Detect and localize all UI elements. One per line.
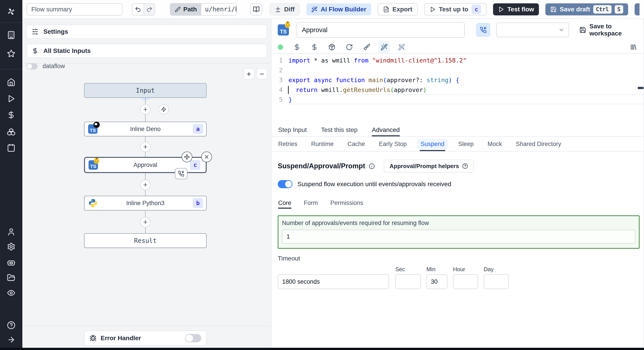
delete-node-button[interactable] [201, 152, 212, 162]
schedules-calendar-icon[interactable] [7, 144, 16, 152]
plus-icon [142, 219, 148, 225]
insert-step-button[interactable] [140, 104, 150, 115]
help-circle-icon [462, 163, 468, 169]
error-handler-toggle[interactable] [185, 334, 201, 343]
approval-suspend-phone-badge[interactable] [175, 168, 188, 179]
advanced-tab-sleep[interactable]: Sleep [458, 137, 474, 151]
path-edit-segment[interactable]: Path [170, 3, 202, 15]
export-button[interactable]: Export [378, 3, 418, 15]
users-person-icon[interactable] [7, 228, 16, 236]
window-bottom-edge [0, 348, 644, 350]
flow-node-inline-python[interactable]: Inline Python3 b [84, 196, 206, 210]
code-line-4: return wmill.getResumeUrls(approver) [288, 85, 644, 95]
all-static-inputs-button[interactable]: All Static Inputs [26, 44, 267, 58]
approvals-required-input[interactable] [282, 230, 635, 243]
audit-eye-icon[interactable] [7, 289, 16, 297]
advanced-tab-retries[interactable]: Retries [278, 137, 298, 151]
format-paintbrush-icon[interactable] [363, 43, 370, 51]
timeout-min-input[interactable] [426, 274, 448, 289]
path-value[interactable]: u/henri/bes [201, 3, 236, 15]
advanced-tab-mock[interactable]: Mock [488, 137, 502, 151]
error-handler-row[interactable]: Error Handler [84, 331, 206, 346]
advanced-tab-runtime[interactable]: Runtime [311, 137, 334, 151]
runs-play-icon[interactable] [7, 94, 16, 103]
reload-icon[interactable] [346, 43, 353, 51]
flow-node-result[interactable]: Result [84, 233, 206, 248]
tab-test-this-step[interactable]: Test this step [321, 123, 358, 136]
ai-assist-wand-button[interactable] [378, 41, 390, 53]
favorites-star-icon[interactable] [7, 49, 16, 58]
flow-settings-button[interactable]: Settings [26, 24, 267, 39]
flow-summary-input[interactable] [26, 3, 122, 16]
variables-dollar-icon[interactable] [294, 43, 300, 51]
script-kind-select[interactable] [496, 22, 569, 37]
library-panel-icon[interactable] [630, 43, 637, 51]
workspace-building-icon[interactable] [7, 31, 16, 39]
ai-flow-builder-button[interactable]: AI Flow Builder [306, 3, 371, 15]
suspend-tab-form[interactable]: Form [304, 197, 318, 209]
step-editor-panel: TS 👶 Save to workspace 1234 [271, 19, 644, 348]
suspend-toggle-label: Suspend flow execution until events/appr… [298, 180, 451, 188]
code-lines[interactable]: import * as wmill from "windmill-client@… [288, 56, 644, 123]
settings-gear-icon[interactable] [7, 242, 16, 251]
timeout-hour-label: Hour [453, 266, 478, 273]
timeout-day-label: Day [484, 266, 509, 273]
diff-button[interactable]: Diff [270, 3, 300, 15]
save-to-workspace-button[interactable]: Save to workspace [580, 23, 644, 37]
redo-button[interactable] [144, 4, 155, 15]
insert-step-button[interactable] [140, 142, 150, 152]
suspend-phone-button[interactable] [476, 23, 490, 37]
package-icon[interactable] [328, 43, 336, 51]
timeout-sec-input[interactable] [395, 274, 421, 289]
undo-button[interactable] [132, 4, 144, 15]
step-name-input[interactable] [296, 22, 465, 38]
zoom-out-button[interactable]: − [256, 68, 268, 79]
advanced-tab-suspend[interactable]: Suspend [420, 137, 444, 151]
resources-boxes-icon[interactable] [7, 127, 16, 136]
move-node-button[interactable] [182, 152, 192, 162]
expand-sidebar-arrow-icon[interactable] [7, 336, 16, 344]
deploy-button-partial[interactable] [634, 3, 640, 15]
advanced-tab-shared-directory[interactable]: Shared Directory [516, 137, 561, 151]
info-icon[interactable] [369, 163, 375, 169]
zoom-in-button[interactable]: + [243, 68, 254, 79]
suspend-flow-toggle[interactable] [278, 180, 292, 188]
timeout-day-input[interactable] [484, 274, 509, 289]
variables-dollar-icon[interactable] [7, 111, 16, 119]
code-gutter: 12345 [272, 56, 288, 123]
suspend-tab-core[interactable]: Core [278, 197, 291, 209]
docs-book-icon[interactable] [250, 3, 262, 15]
dataflow-toggle[interactable] [26, 63, 38, 69]
flow-node-input[interactable]: Input [84, 83, 206, 98]
move-icon [184, 154, 190, 160]
timeout-hour-input[interactable] [453, 274, 478, 289]
insert-trigger-button[interactable] [158, 104, 169, 115]
phone-incoming-icon [480, 26, 486, 33]
approval-prompt-helpers-button[interactable]: Approval/Prompt helpers [384, 160, 474, 173]
suspend-tabs: CoreFormPermissions [278, 197, 639, 209]
save-draft-button[interactable]: Save draft Ctrl S [546, 3, 628, 15]
test-flow-button[interactable]: Test flow [493, 3, 539, 15]
timeout-seconds-input[interactable] [278, 274, 389, 289]
resources-dollar-icon[interactable] [311, 43, 318, 51]
insert-step-button[interactable] [140, 180, 150, 190]
advanced-tab-cache[interactable]: Cache [348, 137, 365, 151]
home-icon[interactable] [7, 78, 16, 86]
insert-step-button[interactable] [140, 217, 150, 227]
path-button[interactable]: Path u/henri/bes [170, 3, 237, 16]
help-icon[interactable] [7, 321, 16, 330]
flow-node-inline-deno[interactable]: TS Inline Deno a [84, 122, 206, 136]
tab-step-input[interactable]: Step Input [278, 123, 307, 136]
suspend-tab-permissions[interactable]: Permissions [330, 197, 363, 209]
advanced-tab-early-stop[interactable]: Early Stop [379, 137, 407, 151]
approvals-required-label: Number of approvals/events required for … [282, 220, 635, 227]
tab-advanced[interactable]: Advanced [372, 123, 400, 136]
ai-disabled-wand-off-icon[interactable] [398, 43, 405, 51]
windmill-logo-icon[interactable] [7, 7, 16, 16]
code-editor[interactable]: 12345 import * as wmill from "windmill-c… [272, 54, 644, 123]
workers-bot-icon[interactable] [7, 258, 16, 267]
test-up-to-button[interactable]: Test up to c [424, 3, 486, 15]
suspend-title: Suspend/Approval/Prompt [278, 162, 365, 170]
timeout-sec-group: Sec [395, 266, 421, 289]
folders-icon[interactable] [7, 273, 16, 282]
